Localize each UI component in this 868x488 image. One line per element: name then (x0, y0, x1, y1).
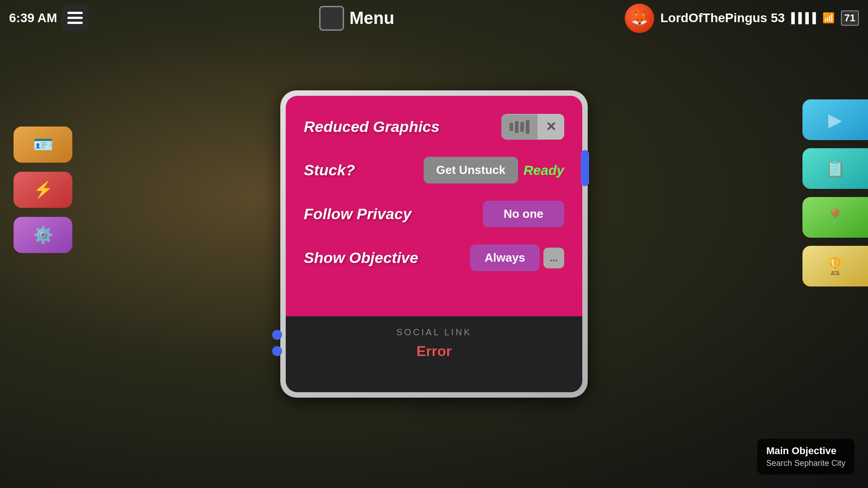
follow-privacy-button[interactable]: No one (483, 201, 564, 227)
menu-icon-button[interactable] (61, 5, 89, 32)
toggle-x-button[interactable]: ✕ (538, 114, 564, 140)
modal-outer: Reduced Graphics ✕ Stuck? Get Unstuck Re… (280, 90, 588, 398)
scroll-handle[interactable] (581, 150, 589, 186)
spacer (304, 288, 564, 307)
svg-rect-2 (67, 22, 83, 24)
bar1 (509, 123, 513, 131)
battery-indicator: 71 (841, 10, 859, 26)
gear-icon: ⚙️ (33, 225, 53, 244)
book-button[interactable]: 📋 (802, 148, 868, 189)
play-button[interactable]: ▶ (802, 99, 868, 140)
show-objective-label: Show Objective (304, 249, 470, 267)
objective-title: Main Objective (766, 445, 845, 457)
scroll-dot-1 (272, 330, 282, 340)
social-link-title: SOCIAL LINK (304, 327, 564, 338)
modal-inner: Reduced Graphics ✕ Stuck? Get Unstuck Re… (286, 96, 582, 392)
play-icon: ▶ (828, 109, 842, 130)
bar3 (520, 122, 524, 132)
social-link-error: Error (304, 343, 564, 360)
reduced-graphics-row: Reduced Graphics ✕ (304, 114, 564, 140)
svg-rect-0 (67, 12, 83, 14)
bars-icon: ▌▌▌▌ (791, 12, 819, 24)
status-right: 🦊 LordOfThePingus 53 ▌▌▌▌ 📶 71 (625, 4, 859, 33)
map-pin-icon: 📍 (825, 208, 845, 227)
reduced-graphics-toggle[interactable]: ✕ (501, 114, 564, 140)
show-objective-group: Always ... (470, 244, 564, 271)
avatar: 🦊 (625, 4, 654, 33)
status-left: 6:39 AM (9, 5, 89, 32)
main-objective-panel: Main Objective Search Sepharite City (757, 439, 854, 474)
status-center: Menu (319, 6, 394, 31)
settings-button[interactable]: ⚙️ (14, 217, 72, 253)
username-label: LordOfThePingus 53 (660, 11, 785, 25)
lightning-button[interactable]: ⚡ (14, 172, 72, 208)
book-icon: 📋 (825, 159, 845, 178)
stuck-row: Stuck? Get Unstuck Ready (304, 157, 564, 183)
map-button[interactable]: 📍 (802, 197, 868, 238)
scroll-dot-2 (272, 346, 282, 356)
trophy-button[interactable]: 🏆 (802, 246, 868, 286)
profile-button[interactable]: 🪪 (14, 127, 72, 163)
bar4 (526, 120, 529, 134)
ready-label: Ready (524, 163, 564, 178)
social-link-section: SOCIAL LINK Error (286, 316, 582, 392)
get-unstuck-button[interactable]: Get Unstuck (424, 157, 518, 183)
svg-rect-1 (67, 17, 83, 19)
show-objective-row: Show Objective Always ... (304, 244, 564, 271)
bars-toggle (501, 115, 538, 139)
menu-title: Menu (349, 9, 394, 28)
left-sidebar: 🪪 ⚡ ⚙️ (14, 127, 72, 253)
bar2 (515, 121, 519, 133)
scroll-dots (272, 330, 282, 356)
objective-description: Search Sepharite City (766, 459, 845, 468)
stuck-label: Stuck? (304, 161, 424, 179)
settings-modal: Reduced Graphics ✕ Stuck? Get Unstuck Re… (280, 90, 588, 398)
right-sidebar: ▶ 📋 📍 🏆 (802, 99, 868, 286)
follow-privacy-label: Follow Privacy (304, 205, 483, 223)
signal-icons: ▌▌▌▌ 📶 (791, 12, 834, 24)
profile-icon: 🪪 (33, 135, 53, 154)
follow-privacy-row: Follow Privacy No one (304, 201, 564, 227)
trophy-icon: 🏆 (825, 257, 845, 276)
more-options-button[interactable]: ... (543, 248, 564, 268)
menu-icon-box (319, 6, 344, 31)
always-button[interactable]: Always (470, 244, 540, 271)
wifi-icon: 📶 (822, 12, 835, 24)
lightning-icon: ⚡ (33, 180, 53, 199)
reduced-graphics-label: Reduced Graphics (304, 118, 501, 136)
time-display: 6:39 AM (9, 11, 57, 25)
status-bar: 6:39 AM Menu 🦊 LordOfThePingus 53 ▌▌▌▌ 📶… (0, 0, 868, 36)
